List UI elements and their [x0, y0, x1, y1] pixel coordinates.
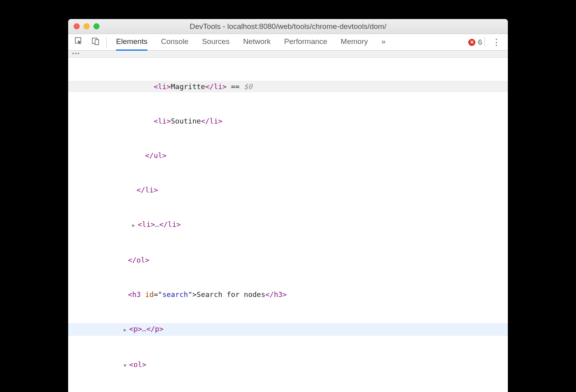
- close-icon[interactable]: [74, 23, 80, 29]
- dom-line-selected[interactable]: <li>Magritte</li> == $0: [68, 81, 508, 92]
- minimize-icon[interactable]: [84, 23, 90, 29]
- toolbar-separator: [106, 37, 107, 48]
- window-title: DevTools - localhost:8080/web/tools/chro…: [68, 22, 508, 31]
- dom-line[interactable]: </ul>: [68, 150, 508, 161]
- expand-icon: ▶: [132, 220, 138, 231]
- dom-line-hovered[interactable]: ▶<p>…</p>: [68, 323, 508, 336]
- tab-performance[interactable]: Performance: [284, 34, 327, 51]
- inspect-icon[interactable]: [71, 37, 87, 48]
- tab-elements[interactable]: Elements: [116, 34, 147, 51]
- main-toolbar: Elements Console Sources Network Perform…: [68, 34, 508, 51]
- device-toggle-icon[interactable]: [87, 37, 104, 48]
- traffic-lights: [74, 23, 99, 29]
- dom-line[interactable]: <h3 id="search">Search for nodes</h3>: [68, 289, 508, 300]
- error-badge[interactable]: ✕ 6: [468, 38, 482, 47]
- dom-tree[interactable]: <li>Magritte</li> == $0 <li>Soutine</li>…: [68, 58, 508, 392]
- dom-line[interactable]: ▼<ol>: [68, 359, 508, 371]
- dom-line[interactable]: </li>: [68, 184, 508, 196]
- dom-line[interactable]: <li>Soutine</li>: [68, 115, 508, 127]
- dom-line[interactable]: </ol>: [68, 254, 508, 266]
- toolbar-separator: [484, 37, 485, 48]
- tab-overflow[interactable]: »: [381, 34, 386, 51]
- error-count: 6: [478, 38, 482, 47]
- tab-sources[interactable]: Sources: [202, 34, 230, 51]
- error-icon: ✕: [468, 39, 475, 46]
- expand-icon: ▶: [124, 324, 129, 336]
- dom-line[interactable]: ▶<li>…</li>: [68, 219, 508, 231]
- panel-tabs: Elements Console Sources Network Perform…: [116, 34, 468, 51]
- tab-memory[interactable]: Memory: [341, 34, 368, 51]
- maximize-icon[interactable]: [93, 23, 99, 29]
- more-icon[interactable]: ⋮: [487, 37, 505, 48]
- collapse-icon: ▼: [124, 360, 129, 371]
- collapsed-row[interactable]: •••: [68, 51, 508, 58]
- svg-rect-2: [95, 40, 99, 45]
- devtools-window: DevTools - localhost:8080/web/tools/chro…: [68, 19, 508, 392]
- titlebar: DevTools - localhost:8080/web/tools/chro…: [68, 19, 508, 34]
- tab-network[interactable]: Network: [243, 34, 271, 51]
- tab-console[interactable]: Console: [161, 34, 189, 51]
